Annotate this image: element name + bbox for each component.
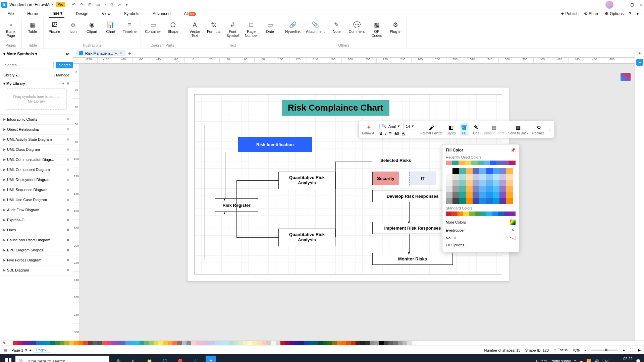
expand-right-panel-icon[interactable]: ≫: [637, 51, 642, 56]
windows-search-box[interactable]: 🔍 Type here to search: [15, 356, 109, 362]
palette-swatch[interactable]: [384, 341, 388, 345]
color-swatch[interactable]: [493, 198, 499, 204]
menu-file[interactable]: File: [5, 10, 16, 17]
shape-implement-risk[interactable]: Implement Risk Responses: [372, 222, 453, 234]
palette-swatch[interactable]: [224, 341, 229, 345]
library-item[interactable]: ▶Cause and Effect Diagram✕: [0, 235, 73, 245]
color-swatch[interactable]: [459, 161, 465, 165]
notification-icon[interactable]: 💬: [636, 359, 641, 362]
color-swatch[interactable]: [473, 198, 479, 204]
bold-button[interactable]: B: [379, 131, 382, 136]
save-icon[interactable]: ▫: [105, 2, 106, 7]
ribbon-tool-note[interactable]: ✎Note: [330, 21, 343, 34]
color-swatch[interactable]: [459, 192, 466, 198]
fill-button[interactable]: 🪣Fill: [460, 123, 469, 136]
palette-swatch[interactable]: [229, 341, 233, 345]
open-icon[interactable]: ▭: [96, 2, 100, 7]
page-selector[interactable]: Page-1: [11, 348, 23, 352]
shape-risk-identification[interactable]: Risk Identification: [238, 137, 312, 152]
add-tab-icon[interactable]: +: [128, 51, 131, 56]
color-swatch[interactable]: [452, 174, 459, 180]
new-icon[interactable]: ⊞: [88, 2, 92, 7]
color-swatch[interactable]: [446, 212, 451, 216]
palette-swatch[interactable]: [346, 341, 351, 345]
focus-toggle[interactable]: ⊙ Focus: [553, 348, 568, 352]
color-swatch[interactable]: [486, 192, 493, 198]
ribbon-tool-plug-in[interactable]: ⚙Plug-in: [389, 21, 402, 34]
export-icon[interactable]: ↗: [118, 2, 121, 7]
palette-swatch[interactable]: [332, 341, 337, 345]
my-library-toggle[interactable]: ▾ My Library: [3, 81, 25, 86]
maximize-icon[interactable]: ▢: [630, 2, 634, 7]
palette-swatch[interactable]: [271, 341, 276, 345]
palette-swatch[interactable]: [337, 341, 341, 345]
palette-swatch[interactable]: [374, 341, 379, 345]
palette-swatch[interactable]: [252, 341, 257, 345]
menu-more-icon[interactable]: ▾: [637, 11, 639, 16]
color-swatch[interactable]: [473, 168, 479, 174]
close-library-item-icon[interactable]: ✕: [66, 228, 69, 232]
library-item[interactable]: ▶Five Forces Diagram✕: [0, 255, 73, 265]
color-swatch[interactable]: [473, 192, 479, 198]
palette-swatch[interactable]: [93, 341, 97, 345]
canvas-viewport[interactable]: 0204060801001201401601802002202402602803…: [73, 64, 635, 341]
close-library-item-icon[interactable]: ✕: [66, 238, 69, 242]
palette-swatch[interactable]: [50, 341, 55, 345]
shape-qra2[interactable]: Quantitative Risk Analysis: [278, 229, 335, 246]
palette-swatch[interactable]: [78, 341, 83, 345]
more-colors-button[interactable]: More Colors: [446, 218, 516, 226]
menu-design[interactable]: Design: [74, 10, 90, 17]
print-icon[interactable]: ⎙: [111, 2, 113, 7]
palette-swatch[interactable]: [125, 341, 130, 345]
color-swatch[interactable]: [499, 198, 506, 204]
color-swatch[interactable]: [466, 180, 473, 186]
menu-view[interactable]: View: [100, 10, 112, 17]
color-swatch[interactable]: [459, 174, 466, 180]
ribbon-tool-clipart[interactable]: ◉Clipart: [85, 21, 99, 34]
close-library-item-icon[interactable]: ✕: [66, 127, 69, 132]
color-swatch[interactable]: [473, 174, 479, 180]
palette-swatch[interactable]: [186, 341, 191, 345]
close-library-item-icon[interactable]: ✕: [66, 208, 69, 212]
color-swatch[interactable]: [479, 192, 486, 198]
fit-page-icon[interactable]: ⛶: [630, 348, 633, 352]
clock[interactable]: 02:22 16-10-2023: [614, 357, 633, 362]
manage-button[interactable]: ▭ Manage: [52, 73, 69, 77]
color-swatch[interactable]: [506, 186, 513, 192]
font-size-selector[interactable]: 14 ▾: [404, 123, 416, 129]
close-library-item-icon[interactable]: ✕: [66, 117, 69, 122]
palette-swatch[interactable]: [60, 341, 64, 345]
color-swatch[interactable]: [469, 212, 475, 216]
palette-swatch[interactable]: [191, 341, 196, 345]
palette-swatch[interactable]: [196, 341, 201, 345]
palette-swatch[interactable]: [233, 341, 238, 345]
palette-swatch[interactable]: [205, 341, 210, 345]
library-item[interactable]: ▶UML Activity State Diagram✕: [0, 135, 73, 145]
palette-eyedropper-icon[interactable]: ✎: [3, 341, 6, 346]
shape-selected-risks[interactable]: Selected Risks: [379, 157, 413, 164]
undo-icon[interactable]: ↶: [72, 2, 75, 7]
styles-button[interactable]: ◧Styles: [446, 124, 455, 135]
bring-front-button[interactable]: ▤Bring to Front: [484, 124, 504, 135]
palette-swatch[interactable]: [168, 341, 172, 345]
line-button[interactable]: ✎Line: [473, 124, 480, 135]
ribbon-tool-picture[interactable]: 🖼Picture: [48, 21, 61, 34]
color-swatch[interactable]: [486, 180, 493, 186]
library-item[interactable]: ▶UML Deployment Diagram✕: [0, 175, 73, 185]
shape-qra1[interactable]: Quantitative Risk Analysis: [278, 172, 335, 189]
color-swatch[interactable]: [452, 180, 459, 186]
tray-chevron-icon[interactable]: ^: [574, 359, 576, 362]
library-item[interactable]: ▶Object Relationship✕: [0, 125, 73, 135]
palette-swatch[interactable]: [130, 341, 135, 345]
palette-swatch[interactable]: [219, 341, 224, 345]
palette-swatch[interactable]: [407, 341, 412, 345]
palette-swatch[interactable]: [365, 341, 370, 345]
color-swatch[interactable]: [466, 198, 473, 204]
color-swatch[interactable]: [499, 186, 506, 192]
color-swatch[interactable]: [452, 186, 459, 192]
no-fill-button[interactable]: No Fill: [446, 234, 516, 242]
send-back-button[interactable]: ▥Send to Back: [508, 124, 528, 135]
palette-swatch[interactable]: [182, 341, 186, 345]
color-swatch[interactable]: [473, 180, 479, 186]
taskbar-edge[interactable]: 🌐: [158, 354, 172, 362]
